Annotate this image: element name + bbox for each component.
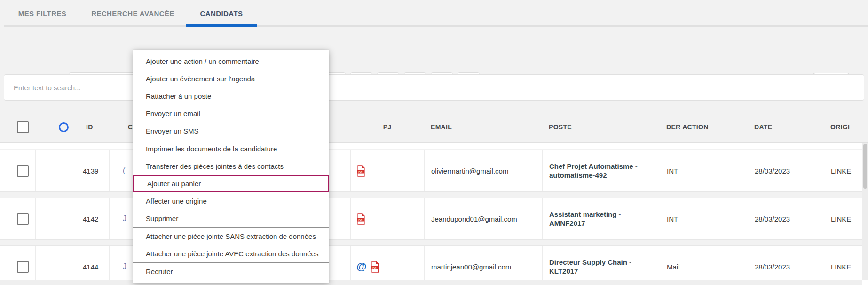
row-date: 28/03/2023 xyxy=(748,246,824,285)
pdf-icon[interactable]: PDF xyxy=(371,261,380,273)
menu-item-transfer-attachments[interactable]: Transferer des pièces jointes à des cont… xyxy=(133,158,329,175)
vertical-scrollbar-thumb[interactable] xyxy=(863,144,867,189)
row-status-cell xyxy=(35,198,72,239)
tab-recherche-avancee[interactable]: RECHERCHE AVANCÉE xyxy=(85,0,181,27)
pdf-icon[interactable]: PDF xyxy=(356,213,366,225)
row-poste: Directeur Supply Chain - KLT2017 xyxy=(542,246,660,285)
column-header-email[interactable]: EMAIL xyxy=(424,111,542,142)
tab-bar: MES FILTRES RECHERCHE AVANCÉE CANDIDATS xyxy=(0,0,868,27)
menu-item-send-email[interactable]: Envoyer un email xyxy=(133,105,329,122)
row-id: 4142 xyxy=(72,198,109,239)
svg-text:PDF: PDF xyxy=(372,266,378,269)
row-poste: Assistant marketing - AMNF2017 xyxy=(542,198,660,239)
menu-item-add-to-basket[interactable]: Ajouter au panier xyxy=(133,175,329,192)
column-header-pj[interactable]: PJ xyxy=(350,111,424,142)
row-poste: Chef Projet Automatisme - automatisme-49… xyxy=(542,150,660,191)
column-header-origine[interactable]: ORIGI xyxy=(824,111,868,142)
column-header-date[interactable]: DATE xyxy=(748,111,824,142)
row-select-cell xyxy=(0,246,35,285)
svg-text:PDF: PDF xyxy=(358,170,363,173)
row-context-menu: Ajouter une action / un commentaire Ajou… xyxy=(133,50,329,283)
table-row[interactable]: 4144 J @ PDF martinjean00@gmail.com Dire… xyxy=(0,245,868,285)
tab-label: MES FILTRES xyxy=(18,9,66,17)
tab-label: CANDIDATS xyxy=(200,9,243,17)
table-row[interactable]: 4142 J PDF Jeandupond01@gmail.com Assist… xyxy=(0,198,868,240)
status-ring-icon xyxy=(59,122,69,132)
row-status-cell xyxy=(35,150,72,191)
row-email: oliviermartin@gmail.com xyxy=(424,150,542,191)
tab-label: RECHERCHE AVANCÉE xyxy=(91,9,174,17)
row-status-cell xyxy=(35,246,72,285)
pdf-icon[interactable]: PDF xyxy=(356,165,366,177)
row-der-action: INT xyxy=(660,198,748,239)
candidat-link[interactable]: J xyxy=(123,214,126,223)
row-email: martinjean00@gmail.com xyxy=(424,246,542,285)
menu-item-assign-origin[interactable]: Affecter une origine xyxy=(133,192,329,210)
active-tab-underline xyxy=(186,24,257,27)
row-id: 4144 xyxy=(72,246,109,285)
menu-item-add-agenda-event[interactable]: Ajouter un évènement sur l'agenda xyxy=(133,70,329,87)
menu-item-attach-without-extraction[interactable]: Attacher une pièce jointe SANS extractio… xyxy=(133,228,329,245)
menu-item-attach-to-job[interactable]: Rattacher à un poste xyxy=(133,87,329,105)
row-der-action: Mail xyxy=(660,246,748,285)
select-all-cell xyxy=(0,111,35,142)
column-header-poste[interactable]: POSTE xyxy=(542,111,660,142)
row-origine: LINKE xyxy=(824,198,868,239)
svg-text:PDF: PDF xyxy=(358,218,363,221)
candidat-link[interactable]: J xyxy=(123,262,126,271)
table-header: ID C PJ EMAIL POSTE DER ACTION DATE ORIG… xyxy=(0,111,868,143)
column-header-der-action[interactable]: DER ACTION xyxy=(660,111,748,142)
table-row[interactable]: 4139 ( PDF oliviermartin@gmail.com Chef … xyxy=(0,150,868,192)
row-date: 28/03/2023 xyxy=(748,198,824,239)
menu-item-send-sms[interactable]: Envoyer un SMS xyxy=(133,122,329,140)
status-header-cell xyxy=(35,111,72,142)
menu-item-attach-with-extraction[interactable]: Attacher une pièce jointe AVEC extractio… xyxy=(133,245,329,262)
menu-item-delete[interactable]: Supprimer xyxy=(133,210,329,227)
horizontal-scrollbar[interactable] xyxy=(0,280,862,285)
toolbar: Vignette Pastille ✗ ? ▶ AJOUTER xyxy=(0,33,868,62)
row-der-action: INT xyxy=(660,150,748,191)
row-pj-cell: PDF xyxy=(350,150,424,191)
row-id: 4139 xyxy=(72,150,109,191)
at-icon[interactable]: @ xyxy=(356,261,366,273)
row-origine: LINKE xyxy=(824,246,868,285)
row-pj-cell: @ PDF xyxy=(350,246,424,285)
vertical-scrollbar[interactable] xyxy=(862,143,868,280)
row-checkbox[interactable] xyxy=(17,261,29,273)
select-all-checkbox[interactable] xyxy=(17,121,29,133)
tab-mes-filtres[interactable]: MES FILTRES xyxy=(9,0,75,27)
table-filter-strip xyxy=(0,143,862,149)
row-email: Jeandupond01@gmail.com xyxy=(424,198,542,239)
row-pj-cell: PDF xyxy=(350,198,424,239)
column-header-id[interactable]: ID xyxy=(72,111,109,142)
menu-item-recruit[interactable]: Recruter xyxy=(133,263,329,280)
row-origine: LINKE xyxy=(824,150,868,191)
tab-candidats[interactable]: CANDIDATS xyxy=(186,0,257,27)
candidates-page: MES FILTRES RECHERCHE AVANCÉE CANDIDATS … xyxy=(0,0,868,285)
menu-item-add-action[interactable]: Ajouter une action / un commentaire xyxy=(133,53,329,70)
menu-item-print-documents[interactable]: Imprimer les documents de la candidature xyxy=(133,140,329,158)
candidat-link[interactable]: ( xyxy=(123,166,125,175)
row-select-cell xyxy=(0,198,35,239)
row-select-cell xyxy=(0,150,35,191)
row-date: 28/03/2023 xyxy=(748,150,824,191)
row-checkbox[interactable] xyxy=(17,213,29,225)
row-checkbox[interactable] xyxy=(17,165,29,177)
